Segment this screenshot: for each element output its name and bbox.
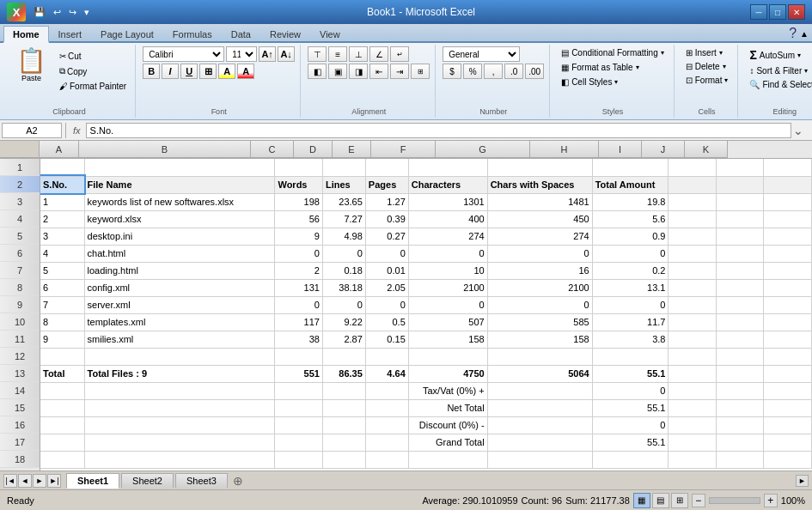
row-header-14[interactable]: 14 — [0, 382, 40, 399]
col-header-c[interactable]: C — [251, 141, 294, 158]
cell-13-2[interactable] — [275, 382, 322, 399]
col-header-d[interactable]: D — [294, 141, 333, 158]
save-quick-btn[interactable]: 💾 — [31, 6, 48, 19]
expand-formula-btn[interactable]: ⌄ — [793, 124, 810, 137]
cell-9-4[interactable]: 0.5 — [365, 313, 408, 331]
cell-16-8[interactable] — [669, 434, 716, 451]
cell-5-5[interactable]: 0 — [408, 245, 487, 262]
zoom-in-btn[interactable]: + — [764, 494, 778, 507]
delete-cells-button[interactable]: ⊟ Delete ▾ — [681, 60, 733, 73]
cell-5-9[interactable] — [716, 245, 763, 262]
increase-indent-btn[interactable]: ⇥ — [390, 64, 409, 79]
cell-2-0[interactable]: 1 — [40, 193, 84, 210]
cell-10-3[interactable]: 2.87 — [322, 331, 365, 348]
cell-15-3[interactable] — [322, 416, 365, 434]
cell-12-3[interactable]: 86.35 — [322, 365, 365, 382]
align-middle-btn[interactable]: ≡ — [328, 46, 347, 62]
cell-11-4[interactable] — [365, 348, 408, 365]
cell-10-10[interactable] — [764, 331, 812, 348]
conditional-formatting-button[interactable]: ▤ Conditional Formatting ▾ — [557, 46, 669, 59]
cell-8-7[interactable]: 0 — [592, 296, 669, 313]
cell-16-3[interactable] — [322, 434, 365, 451]
cell-10-0[interactable]: 9 — [40, 331, 84, 348]
cell-3-4[interactable]: 0.39 — [365, 210, 408, 228]
insert-cells-button[interactable]: ⊞ Insert ▾ — [681, 46, 733, 59]
maximize-btn[interactable]: □ — [769, 4, 786, 20]
cell-17-4[interactable] — [365, 451, 408, 468]
cell-6-10[interactable] — [764, 262, 812, 279]
cell-15-2[interactable] — [275, 416, 322, 434]
cell-4-10[interactable] — [764, 228, 812, 245]
increase-decimal-btn[interactable]: .0 — [504, 64, 523, 79]
cell-10-5[interactable]: 158 — [408, 331, 487, 348]
cell-4-3[interactable]: 4.98 — [322, 228, 365, 245]
auto-sum-button[interactable]: Σ AutoSum ▾ — [745, 46, 812, 64]
cell-8-1[interactable]: server.xml — [84, 296, 275, 313]
tab-data[interactable]: Data — [222, 26, 260, 41]
text-angle-btn[interactable]: ∠ — [369, 46, 388, 62]
cell-15-9[interactable] — [716, 416, 763, 434]
cell-3-8[interactable] — [669, 210, 716, 228]
cell-15-10[interactable] — [764, 416, 812, 434]
cell-8-4[interactable]: 0 — [365, 296, 408, 313]
tab-view[interactable]: View — [310, 26, 350, 41]
row-header-12[interactable]: 12 — [0, 348, 40, 365]
currency-btn[interactable]: $ — [443, 64, 461, 79]
cell-1-5[interactable]: Characters — [408, 176, 487, 193]
cell-12-7[interactable]: 55.1 — [592, 365, 669, 382]
cell-16-9[interactable] — [716, 434, 763, 451]
cell-12-5[interactable]: 4750 — [408, 365, 487, 382]
cell-13-0[interactable] — [40, 382, 84, 399]
cell-4-2[interactable]: 9 — [275, 228, 322, 245]
cell-2-10[interactable] — [764, 193, 812, 210]
cell-6-6[interactable]: 16 — [487, 262, 592, 279]
cell-17-9[interactable] — [716, 451, 763, 468]
cell-14-9[interactable] — [716, 399, 763, 416]
cell-14-0[interactable] — [40, 399, 84, 416]
cell-0-7[interactable] — [592, 159, 669, 176]
cell-11-7[interactable] — [592, 348, 669, 365]
cut-button[interactable]: ✂ Cut — [56, 50, 130, 63]
cell-8-8[interactable] — [669, 296, 716, 313]
cell-14-2[interactable] — [275, 399, 322, 416]
cell-17-3[interactable] — [322, 451, 365, 468]
align-bottom-btn[interactable]: ⊥ — [349, 46, 368, 62]
cell-3-6[interactable]: 450 — [487, 210, 592, 228]
ribbon-minimize-btn[interactable]: ▲ — [800, 29, 809, 39]
cell-8-0[interactable]: 7 — [40, 296, 84, 313]
cell-9-1[interactable]: templates.xml — [84, 313, 275, 331]
sheet-tab-sheet2[interactable]: Sheet2 — [121, 473, 174, 488]
cell-2-3[interactable]: 23.65 — [322, 193, 365, 210]
cell-7-1[interactable]: config.xml — [84, 279, 275, 296]
cell-12-4[interactable]: 4.64 — [365, 365, 408, 382]
cell-1-10[interactable] — [764, 176, 812, 193]
cell-17-6[interactable] — [487, 451, 592, 468]
align-right-btn[interactable]: ◨ — [349, 64, 368, 79]
minimize-btn[interactable]: ─ — [750, 4, 767, 20]
cell-0-10[interactable] — [764, 159, 812, 176]
cell-11-2[interactable] — [275, 348, 322, 365]
close-btn[interactable]: ✕ — [788, 4, 805, 20]
add-sheet-btn[interactable]: ⊕ — [228, 472, 248, 489]
cell-6-2[interactable]: 2 — [275, 262, 322, 279]
cell-7-10[interactable] — [764, 279, 812, 296]
page-break-view-btn[interactable]: ⊞ — [671, 493, 688, 508]
cell-4-6[interactable]: 274 — [487, 228, 592, 245]
zoom-out-btn[interactable]: − — [692, 494, 705, 507]
sort-filter-button[interactable]: ↕ Sort & Filter ▾ — [745, 64, 812, 77]
cell-12-0[interactable]: Total — [40, 365, 84, 382]
cell-1-2[interactable]: Words — [275, 176, 322, 193]
cell-11-8[interactable] — [669, 348, 716, 365]
row-header-15[interactable]: 15 — [0, 399, 40, 416]
cell-0-2[interactable] — [275, 159, 322, 176]
cell-8-6[interactable]: 0 — [487, 296, 592, 313]
cell-5-1[interactable]: chat.html — [84, 245, 275, 262]
cell-3-0[interactable]: 2 — [40, 210, 84, 228]
cell-17-7[interactable] — [592, 451, 669, 468]
cell-13-10[interactable] — [764, 382, 812, 399]
cell-1-8[interactable] — [669, 176, 716, 193]
format-painter-button[interactable]: 🖌 Format Painter — [56, 80, 130, 93]
cell-14-6[interactable] — [487, 399, 592, 416]
cell-reference-input[interactable] — [2, 123, 62, 138]
tab-home[interactable]: Home — [3, 26, 49, 43]
